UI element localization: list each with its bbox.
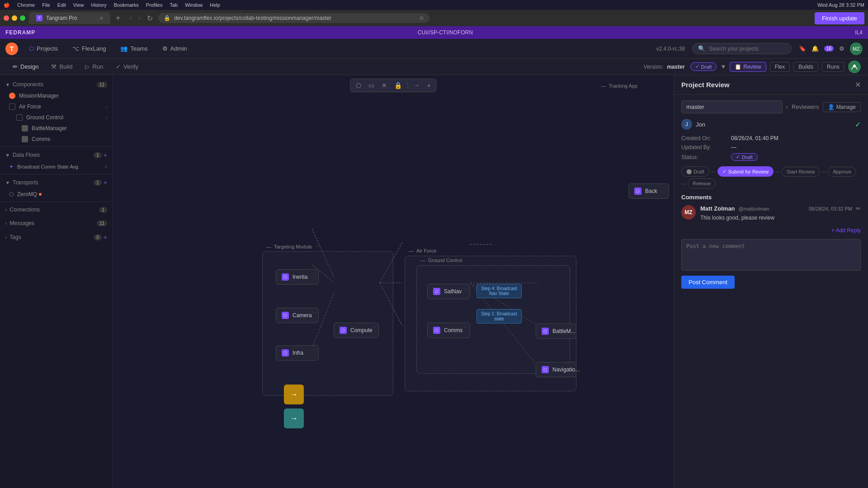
version-dropdown-arrow[interactable]: ▼	[720, 63, 726, 70]
add-dataflow-button[interactable]: +	[104, 151, 107, 159]
sidebar-item-groundcontrol[interactable]: Ground Control ›	[0, 112, 113, 123]
node-infra[interactable]: ⬡ Infra ⋯	[276, 345, 319, 361]
camera-menu[interactable]: ⋯	[312, 310, 316, 315]
reload-button[interactable]: ↻	[145, 13, 155, 23]
comms-menu[interactable]: ⋯	[463, 325, 468, 330]
nav-teams[interactable]: 👥 Teams	[117, 43, 151, 54]
node-backend[interactable]: ⬡ Back	[628, 183, 669, 199]
node-battlemanager[interactable]: ⬡ BattleM...	[536, 324, 576, 339]
wf-step-submit[interactable]: ✓ Submit for Review	[717, 166, 774, 177]
forward-button[interactable]: ›	[137, 13, 142, 23]
help-menu[interactable]: Help	[210, 2, 220, 8]
tags-section-header[interactable]: › Tags 0 +	[0, 231, 113, 244]
review-button[interactable]: 📋 Review	[730, 62, 766, 72]
manage-button[interactable]: 👤 Manage	[823, 102, 861, 112]
add-tool[interactable]: +	[425, 81, 432, 90]
node-navigation[interactable]: ⬡ Navigatio...	[536, 362, 576, 377]
messages-section-header[interactable]: › Messages 11	[0, 217, 113, 229]
add-tag-button[interactable]: +	[104, 234, 107, 241]
nav-admin[interactable]: ⚙ Admin	[159, 43, 191, 54]
back-button[interactable]: ‹	[128, 13, 134, 23]
file-menu[interactable]: File	[42, 2, 50, 8]
runs-button[interactable]: Runs	[822, 62, 844, 72]
sidebar-item-zeromq[interactable]: ⬡ ZeroMQ	[0, 189, 113, 200]
node-compute[interactable]: ⬡ Compute ⋯	[334, 323, 379, 338]
sub-nav-bar: ✏ Design ⚒ Build ▷ Run ✓ Verify Version:…	[0, 59, 868, 75]
nav-projects[interactable]: ⬡ Projects	[25, 43, 61, 54]
satnav-menu[interactable]: ⋯	[463, 286, 468, 291]
history-menu[interactable]: History	[91, 2, 106, 8]
lock-tool[interactable]: 🔒	[392, 81, 404, 90]
profiles-menu[interactable]: Profiles	[146, 2, 163, 8]
sidebar-item-broadcast-flow[interactable]: ✦ Broadcast Comm State Avg ↗	[0, 161, 113, 172]
nav-flexlang[interactable]: ⌥ FlexLang	[69, 43, 109, 54]
notification-icon[interactable]: 🔔	[811, 45, 819, 52]
transports-label: Transports	[13, 179, 94, 186]
targeting-menu-icon[interactable]: ⋯	[315, 244, 320, 249]
edit-menu[interactable]: Edit	[57, 2, 66, 8]
bookmark-nav-icon[interactable]: 🔖	[799, 45, 806, 52]
browser-tab[interactable]: T Tangram Pro ✕	[29, 12, 110, 24]
post-comment-button[interactable]: Post Comment	[681, 276, 735, 289]
bookmarks-menu[interactable]: Bookmarks	[114, 2, 139, 8]
sub-nav-avatar[interactable]	[848, 61, 861, 73]
rectangle-tool[interactable]: ▭	[367, 81, 376, 90]
apple-menu[interactable]: 🍎	[4, 2, 10, 8]
node-satnav[interactable]: ⬡ SatNav ⋯	[427, 284, 470, 299]
review-panel-close-button[interactable]: ✕	[855, 80, 861, 89]
window-menu[interactable]: Window	[185, 2, 203, 8]
sidebar-item-missionmanager[interactable]: MissionManager	[0, 90, 113, 101]
infra-menu[interactable]: ⋯	[312, 347, 316, 352]
close-tab-button[interactable]: ✕	[99, 16, 103, 21]
draft-badge[interactable]: ✓ Draft	[690, 62, 717, 71]
bookmark-icon[interactable]: ☆	[419, 15, 424, 21]
project-search-input[interactable]	[709, 46, 781, 52]
sidebar-item-comms[interactable]: Comms	[0, 134, 113, 145]
tab-run[interactable]: ▷ Run	[80, 61, 108, 72]
wf-step-draft[interactable]: ⬤ Draft	[681, 166, 709, 177]
new-comment-textarea[interactable]	[681, 239, 861, 271]
wf-step-approve[interactable]: Approve	[828, 167, 856, 177]
compute-menu[interactable]: ⋯	[372, 325, 377, 330]
sidebar-item-airforce[interactable]: Air Force ›	[0, 101, 113, 112]
select-tool[interactable]: ⬡	[354, 81, 363, 90]
close-window-button[interactable]	[4, 15, 9, 21]
user-avatar[interactable]: MZ	[850, 42, 863, 55]
view-menu[interactable]: View	[73, 2, 84, 8]
node-inertia[interactable]: ⬡ Inertia ⋯	[276, 269, 319, 285]
node-camera[interactable]: ⬡ Camera ⋯	[276, 308, 319, 323]
wf-step-release[interactable]: Release	[688, 178, 716, 188]
tab-verify[interactable]: ✓ Verify	[110, 61, 144, 72]
review-name-chevron[interactable]: ‹	[786, 103, 788, 110]
inertia-menu[interactable]: ⋯	[312, 272, 316, 277]
sidebar-item-battlemanager[interactable]: BattleManager	[0, 123, 113, 134]
tab-design[interactable]: ✏ Design	[7, 61, 44, 72]
new-tab-button[interactable]: +	[116, 14, 121, 23]
wf-step-start-review[interactable]: Start Review	[782, 167, 820, 177]
chrome-menu[interactable]: Chrome	[17, 2, 35, 8]
output-connector-1[interactable]: →	[284, 385, 304, 404]
connections-section-header[interactable]: › Connections 1	[0, 204, 113, 216]
finish-update-button[interactable]: Finish update	[815, 12, 864, 24]
add-transport-button[interactable]: +	[104, 179, 107, 186]
edit-comment-button[interactable]: ✏	[856, 205, 861, 212]
add-reply-button[interactable]: + Add Reply	[681, 227, 861, 234]
dataflows-label: Data Flows	[13, 152, 94, 158]
output-connector-2[interactable]: →	[284, 408, 304, 428]
flex-button[interactable]: Flex	[770, 62, 790, 72]
dataflows-section-header[interactable]: ▼ Data Flows 1 +	[0, 149, 113, 161]
review-name-input[interactable]	[681, 100, 783, 113]
delete-tool[interactable]: ✕	[380, 81, 389, 90]
tab-build[interactable]: ⚒ Build	[46, 61, 78, 72]
address-bar[interactable]: 🔒 dev.tangramflex.io/projects/collab-tes…	[158, 13, 429, 23]
project-search-bar[interactable]: 🔍	[692, 43, 792, 54]
minimize-window-button[interactable]	[12, 15, 17, 21]
tab-menu[interactable]: Tab	[170, 2, 178, 8]
fullscreen-window-button[interactable]	[20, 15, 25, 21]
node-comms[interactable]: ⬡ Comms ⋯	[427, 323, 470, 338]
builds-button[interactable]: Builds	[793, 62, 818, 72]
arrow-tool[interactable]: →	[411, 81, 421, 90]
settings-icon[interactable]: ⚙	[839, 45, 844, 52]
components-section-header[interactable]: ▼ Components 11	[0, 79, 113, 90]
transports-section-header[interactable]: ▼ Transports 1 +	[0, 176, 113, 189]
